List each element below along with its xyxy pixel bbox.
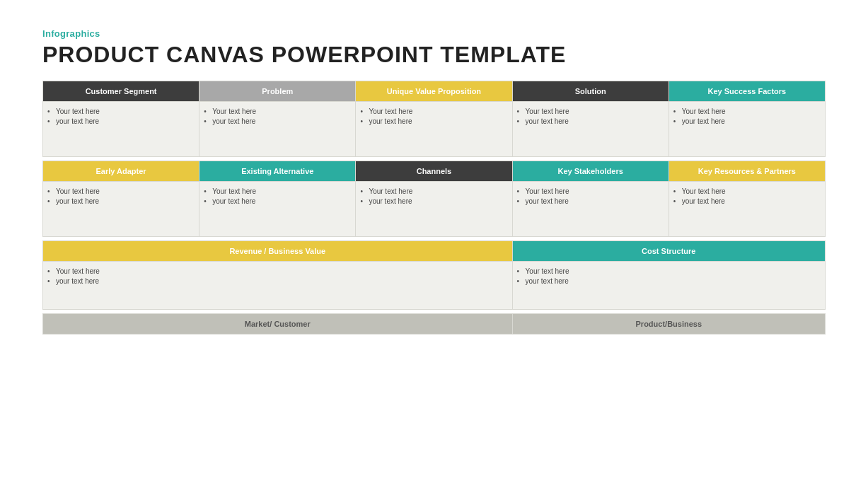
- canvas: Customer Segment Problem Unique Value Pr…: [42, 81, 826, 335]
- main-title: PRODUCT CANVAS POWERPOINT TEMPLATE: [42, 42, 826, 68]
- hdr-solution: Solution: [512, 81, 669, 102]
- hdr-problem: Problem: [199, 81, 356, 102]
- list-item: Your text here: [360, 187, 504, 195]
- list-item: Your text here: [47, 108, 192, 115]
- list-item: Your text here: [204, 187, 348, 195]
- list-item: your text here: [204, 117, 348, 125]
- list-item: Your text here: [517, 267, 818, 275]
- hdr-key-stakeholders: Key Stakeholders: [512, 161, 669, 182]
- hdr-revenue: Revenue / Business Value: [43, 241, 513, 262]
- canvas-table: Customer Segment Problem Unique Value Pr…: [42, 81, 826, 335]
- list-item: your text here: [47, 117, 192, 125]
- list-item: your text here: [517, 197, 661, 205]
- hdr-uvp: Unique Value Proposition: [356, 81, 512, 102]
- list-item: your text here: [360, 197, 504, 205]
- list-item: your text here: [47, 277, 505, 285]
- cell-r2-c2[interactable]: Your text here your text here: [199, 182, 356, 237]
- row2-content-row: Your text here your text here Your text …: [43, 182, 826, 237]
- list-item: your text here: [47, 197, 192, 205]
- hdr-channels: Channels: [356, 161, 512, 182]
- list-item: Your text here: [517, 108, 661, 115]
- list-item: Your text here: [360, 108, 504, 115]
- list-item: Your text here: [517, 187, 661, 195]
- cell-r2-c5[interactable]: Your text here your text here: [669, 182, 825, 237]
- hdr-key-resources: Key Resources & Partners: [669, 161, 825, 182]
- row1-header-row: Customer Segment Problem Unique Value Pr…: [43, 81, 826, 102]
- hdr-product-business: Product/Business: [512, 314, 825, 335]
- cell-r2-c1[interactable]: Your text here your text here: [43, 182, 199, 237]
- list-item: your text here: [204, 197, 348, 205]
- list-item: Your text here: [47, 267, 505, 275]
- subtitle: Infographics: [42, 28, 826, 39]
- list-item: your text here: [517, 117, 661, 125]
- row3-header-row: Revenue / Business Value Cost Structure: [43, 241, 826, 262]
- list-item: your text here: [673, 117, 818, 125]
- list-item: your text here: [360, 117, 504, 125]
- row3-content-row: Your text here your text here Your text …: [43, 262, 826, 310]
- cell-r2-c3[interactable]: Your text here your text here: [356, 182, 512, 237]
- list-item: your text here: [673, 197, 818, 205]
- row1-content-row: Your text here your text here Your text …: [43, 102, 826, 157]
- hdr-cost-structure: Cost Structure: [512, 241, 825, 262]
- cell-r1-c4[interactable]: Your text here your text here: [512, 102, 669, 157]
- hdr-key-success: Key Success Factors: [669, 81, 825, 102]
- hdr-market-customer: Market/ Customer: [43, 314, 513, 335]
- cell-r1-c5[interactable]: Your text here your text here: [669, 102, 825, 157]
- row4-footer-row: Market/ Customer Product/Business: [43, 314, 826, 335]
- list-item: Your text here: [673, 187, 818, 195]
- list-item: Your text here: [204, 108, 348, 115]
- row2-header-row: Early Adapter Existing Alternative Chann…: [43, 161, 826, 182]
- cell-r2-c4[interactable]: Your text here your text here: [512, 182, 669, 237]
- list-item: Your text here: [673, 108, 818, 115]
- cell-r3-c2[interactable]: Your text here your text here: [512, 262, 825, 310]
- list-item: your text here: [517, 277, 818, 285]
- cell-r1-c1[interactable]: Your text here your text here: [43, 102, 199, 157]
- cell-r3-c1[interactable]: Your text here your text here: [43, 262, 513, 310]
- list-item: Your text here: [47, 187, 192, 195]
- hdr-customer-segment: Customer Segment: [43, 81, 199, 102]
- hdr-early-adapter: Early Adapter: [43, 161, 199, 182]
- hdr-existing-alt: Existing Alternative: [199, 161, 356, 182]
- page: Infographics PRODUCT CANVAS POWERPOINT T…: [0, 0, 868, 488]
- cell-r1-c3[interactable]: Your text here your text here: [356, 102, 512, 157]
- cell-r1-c2[interactable]: Your text here your text here: [199, 102, 356, 157]
